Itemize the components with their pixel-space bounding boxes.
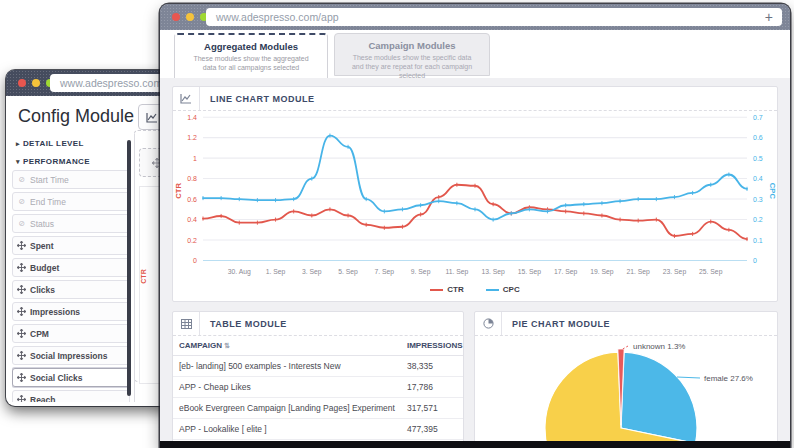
svg-text:0.2: 0.2 — [187, 237, 197, 245]
svg-text:0.3: 0.3 — [753, 196, 763, 204]
sidebar-item-label: Social Impressions — [30, 351, 107, 361]
sidebar-item-clicks[interactable]: Clicks — [12, 280, 130, 299]
sidebar-item-social-impressions[interactable]: Social Impressions — [12, 346, 130, 365]
sidebar-item-reach[interactable]: Reach — [12, 390, 130, 402]
svg-text:0.1: 0.1 — [753, 237, 763, 245]
new-tab-button[interactable]: + — [765, 8, 773, 26]
legend-swatch — [430, 289, 443, 291]
svg-text:11. Sep: 11. Sep — [445, 268, 468, 276]
traffic-lights — [18, 79, 54, 87]
move-icon — [17, 373, 26, 382]
page-title: Config Module — [18, 106, 134, 127]
sidebar-item-budget[interactable]: Budget — [12, 258, 130, 277]
modules-content: LINE CHART MODULE 1.41.210.80.60.40.200.… — [160, 78, 790, 448]
sidebar-item-cpm[interactable]: CPM — [12, 324, 130, 343]
move-icon — [17, 285, 26, 294]
svg-text:0.7: 0.7 — [753, 114, 763, 122]
svg-text:21. Sep: 21. Sep — [626, 268, 650, 276]
campaign-table: CAMPAIGN ⇅IMPRESSIONS ⇅CLICKS ⇅[eb- land… — [173, 336, 463, 448]
module-title: LINE CHART MODULE — [200, 87, 315, 110]
tab-description: These modules show the aggregated data f… — [175, 55, 327, 73]
move-icon — [17, 241, 26, 250]
url-text: www.adespresso.com/app — [216, 11, 339, 23]
line-chart-icon — [146, 112, 158, 123]
tab-label: Campaign Modules — [335, 40, 489, 51]
svg-text:1.2: 1.2 — [187, 134, 197, 142]
sidebar-scrollbar[interactable] — [127, 140, 131, 396]
module-header: TABLE MODULE — [173, 312, 463, 336]
sidebar-item-social-clicks[interactable]: Social Clicks — [12, 368, 130, 387]
tab-label: Aggregated Modules — [175, 41, 327, 52]
legend-swatch — [486, 289, 499, 291]
minimize-window-button[interactable] — [186, 13, 194, 21]
tab-campaign-modules[interactable]: Campaign Modules These modules show the … — [334, 33, 490, 76]
sidebar-item-impressions[interactable]: Impressions — [12, 302, 130, 321]
sidebar-section-performance[interactable]: ▾PERFORMANCE — [12, 152, 130, 170]
column-header-campaign[interactable]: CAMPAIGN ⇅ — [173, 336, 401, 356]
svg-text:1. Sep: 1. Sep — [266, 268, 286, 276]
svg-text:0.4: 0.4 — [187, 216, 197, 224]
move-icon — [17, 307, 26, 316]
svg-text:CPC: CPC — [768, 183, 777, 200]
column-header-impressions[interactable]: IMPRESSIONS ⇅ — [401, 336, 464, 356]
pie-chart-icon — [475, 312, 502, 335]
tab-description: These modules show the specific data and… — [335, 54, 489, 80]
module-title: PIE CHART MODULE — [502, 312, 610, 335]
sidebar-item-label: Clicks — [30, 285, 55, 295]
svg-text:0.8: 0.8 — [187, 175, 197, 183]
app-window: www.adespresso.com/app + Aggregated Modu… — [160, 4, 790, 448]
svg-text:5. Sep: 5. Sep — [338, 268, 358, 276]
svg-text:23. Sep: 23. Sep — [663, 268, 687, 276]
sidebar-item-label: Budget — [30, 263, 59, 273]
table-icon — [173, 312, 200, 335]
blocked-icon: ⊘ — [17, 197, 26, 206]
sidebar-item-label: Status — [30, 219, 54, 229]
table-row[interactable]: [eb- landing] 500 examples - Interests N… — [173, 356, 464, 377]
svg-text:1.4: 1.4 — [187, 114, 197, 122]
legend-item-ctr[interactable]: CTR — [430, 285, 463, 294]
svg-text:0.4: 0.4 — [753, 175, 763, 183]
svg-text:0.6: 0.6 — [753, 134, 763, 142]
svg-text:female 27.6%: female 27.6% — [704, 374, 753, 383]
line-chart-icon — [173, 87, 200, 110]
screenshot-canvas: www.adespresso.com Config Module CTR 1.4… — [0, 0, 794, 448]
pie-chart-module: PIE CHART MODULE unknown 1.3%female 27.6… — [474, 311, 778, 448]
svg-text:17. Sep: 17. Sep — [554, 268, 578, 276]
pie-chart: unknown 1.3%female 27.6% — [475, 336, 777, 448]
svg-text:0: 0 — [193, 257, 197, 265]
chevron-down-icon: ▾ — [16, 158, 20, 165]
close-window-button[interactable] — [18, 79, 26, 87]
move-icon — [17, 395, 26, 402]
move-icon — [17, 329, 26, 338]
tab-strip: Aggregated Modules These modules show th… — [160, 30, 790, 79]
table-row[interactable]: eBook Evergreen Campaign [Landing Pages]… — [173, 398, 464, 419]
minimize-window-button[interactable] — [32, 79, 40, 87]
svg-text:15. Sep: 15. Sep — [518, 268, 542, 276]
legend-item-cpc[interactable]: CPC — [486, 285, 520, 294]
svg-text:19. Sep: 19. Sep — [590, 268, 614, 276]
svg-text:1: 1 — [193, 155, 197, 163]
table-row[interactable]: APP - Cheap Likes17,786122 — [173, 377, 464, 398]
line-chart: 1.41.210.80.60.40.200.70.60.50.40.30.20.… — [173, 111, 777, 279]
chevron-right-icon: ▸ — [16, 140, 20, 147]
url-bar[interactable]: www.adespresso.com/app + — [206, 8, 782, 26]
line-chart-module: LINE CHART MODULE 1.41.210.80.60.40.200.… — [172, 86, 778, 302]
sidebar-item-spent[interactable]: Spent — [12, 236, 130, 255]
table-row[interactable]: APP - Lookalike [ elite ]477,3951,006 — [173, 419, 464, 440]
close-window-button[interactable] — [172, 13, 180, 21]
tab-aggregated-modules[interactable]: Aggregated Modules These modules show th… — [174, 33, 328, 79]
move-icon — [17, 351, 26, 360]
svg-text:CTR: CTR — [174, 182, 183, 198]
module-header: LINE CHART MODULE — [173, 87, 777, 111]
svg-text:0: 0 — [753, 257, 757, 265]
sidebar-item-label: End Time — [30, 197, 66, 207]
svg-text:9. Sep: 9. Sep — [411, 268, 431, 276]
table-module: TABLE MODULE CAMPAIGN ⇅IMPRESSIONS ⇅CLIC… — [172, 311, 464, 448]
sidebar-item-label: Reach — [30, 395, 56, 403]
sidebar-item-label: Start Time — [30, 175, 69, 185]
sidebar-section-detail-level[interactable]: ▸DETAIL LEVEL — [12, 134, 130, 152]
svg-text:0.2: 0.2 — [753, 216, 763, 224]
sidebar-item-end-time: ⊘End Time — [12, 192, 130, 211]
svg-text:13. Sep: 13. Sep — [481, 268, 505, 276]
window-bottom-shadow — [160, 441, 790, 448]
